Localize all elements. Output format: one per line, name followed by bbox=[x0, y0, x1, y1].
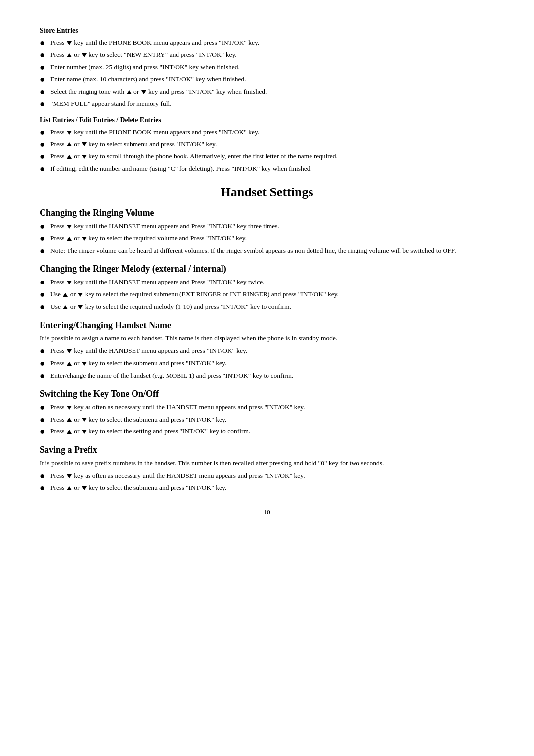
list-item: ● "MEM FULL" appear stand for memory ful… bbox=[40, 99, 494, 109]
bullet-icon: ● bbox=[40, 346, 50, 356]
saving-prefix-title: Saving a Prefix bbox=[40, 445, 494, 455]
bullet-icon: ● bbox=[40, 278, 50, 287]
list-item-text: Press key as often as necessary until th… bbox=[50, 471, 494, 481]
arrow-down-icon bbox=[78, 293, 83, 297]
list-item-text: Use or key to select the required submen… bbox=[50, 289, 494, 299]
arrow-down-icon bbox=[82, 362, 87, 366]
list-item: ● Select the ringing tone with or key an… bbox=[40, 87, 494, 97]
bullet-icon: ● bbox=[40, 302, 50, 312]
bullet-icon: ● bbox=[40, 99, 50, 109]
arrow-up-icon bbox=[127, 90, 132, 94]
entering-handset-name-list: ● Press key until the HANDSET menu appea… bbox=[40, 346, 494, 380]
bullet-icon: ● bbox=[40, 164, 50, 174]
arrow-down-icon bbox=[67, 225, 72, 229]
arrow-up-icon bbox=[67, 418, 72, 422]
entering-handset-name-title: Entering/Changing Handset Name bbox=[40, 320, 494, 331]
list-item: ● Press or key to scroll through the pho… bbox=[40, 151, 494, 162]
list-item: ● Use or key to select the required melo… bbox=[40, 302, 494, 312]
list-item-text: Press key until the PHONE BOOK menu appe… bbox=[50, 127, 494, 137]
arrow-up-icon bbox=[63, 305, 68, 309]
bullet-icon: ● bbox=[40, 371, 50, 381]
list-item-text: Select the ringing tone with or key and … bbox=[50, 87, 494, 96]
list-item-text: Enter number (max. 25 digits) and press … bbox=[50, 62, 494, 72]
list-item: ● Press or key to select the submenu and… bbox=[40, 415, 494, 425]
arrow-down-icon bbox=[82, 155, 87, 159]
bullet-icon: ● bbox=[40, 50, 50, 60]
list-item-text: Press key as often as necessary until th… bbox=[50, 402, 494, 412]
entering-handset-name-section: Entering/Changing Handset Name It is pos… bbox=[40, 320, 494, 381]
store-entries-title: Store Entries bbox=[40, 27, 494, 35]
arrow-down-icon bbox=[67, 474, 72, 478]
list-item-text: Press key until the HANDSET menu appears… bbox=[50, 277, 494, 287]
bullet-icon: ● bbox=[40, 290, 50, 300]
list-item-text: "MEM FULL" appear stand for memory full. bbox=[50, 99, 494, 109]
changing-ringer-melody-title: Changing the Ringer Melody (external / i… bbox=[40, 264, 494, 274]
list-item: ● Enter name (max. 10 characters) and pr… bbox=[40, 74, 494, 85]
entering-handset-name-desc: It is possible to assign a name to each … bbox=[40, 333, 494, 343]
arrow-down-icon bbox=[82, 486, 87, 490]
bullet-icon: ● bbox=[40, 483, 50, 493]
arrow-down-icon bbox=[67, 41, 72, 45]
list-item-text: Enter/change the name of the handset (e.… bbox=[50, 371, 494, 380]
list-item-text: Note: The ringer volume can be heard at … bbox=[50, 246, 494, 256]
bullet-icon: ● bbox=[40, 472, 50, 481]
arrow-up-icon bbox=[67, 155, 72, 159]
list-item-text: Press or key to select the submenu and p… bbox=[50, 483, 494, 493]
arrow-down-icon bbox=[82, 237, 87, 241]
list-item: ● Press or key to select "NEW ENTRY" and… bbox=[40, 50, 494, 60]
arrow-up-icon bbox=[67, 53, 72, 57]
main-title: Handset Settings bbox=[40, 185, 494, 200]
arrow-down-icon bbox=[82, 418, 87, 422]
bullet-icon: ● bbox=[40, 403, 50, 413]
arrow-down-icon bbox=[67, 349, 72, 353]
list-item-text: Press key until the PHONE BOOK menu appe… bbox=[50, 38, 494, 47]
bullet-icon: ● bbox=[40, 359, 50, 369]
list-item: ● Press key as often as necessary until … bbox=[40, 471, 494, 481]
store-entries-list: ● Press key until the PHONE BOOK menu ap… bbox=[40, 38, 494, 109]
bullet-icon: ● bbox=[40, 427, 50, 437]
list-item: ● Note: The ringer volume can be heard a… bbox=[40, 246, 494, 256]
arrow-down-icon bbox=[82, 142, 87, 146]
arrow-up-icon bbox=[63, 293, 68, 297]
arrow-up-icon bbox=[67, 430, 72, 434]
arrow-up-icon bbox=[67, 486, 72, 490]
list-item-text: Press or key to select "NEW ENTRY" and p… bbox=[50, 50, 494, 60]
changing-ringing-volume-title: Changing the Ringing Volume bbox=[40, 208, 494, 218]
list-item-text: Press or key to select the submenu and p… bbox=[50, 358, 494, 368]
arrow-down-icon bbox=[67, 406, 72, 410]
arrow-down-icon bbox=[82, 430, 87, 434]
list-item: ● If editing, edit the number and name (… bbox=[40, 164, 494, 174]
switching-key-tone-list: ● Press key as often as necessary until … bbox=[40, 402, 494, 437]
bullet-icon: ● bbox=[40, 152, 50, 162]
list-item-text: Press or key to scroll through the phone… bbox=[50, 151, 494, 161]
saving-prefix-desc: It is possible to save prefix numbers in… bbox=[40, 458, 494, 468]
list-item-text: Press or key to select the required volu… bbox=[50, 234, 494, 243]
list-item-text: Press or key to select the setting and p… bbox=[50, 426, 494, 436]
arrow-down-icon bbox=[141, 90, 146, 94]
bullet-icon: ● bbox=[40, 415, 50, 425]
saving-prefix-list: ● Press key as often as necessary until … bbox=[40, 471, 494, 494]
list-item-text: Press key until the HANDSET menu appears… bbox=[50, 346, 494, 356]
list-item-text: Press key until the HANDSET menu appears… bbox=[50, 221, 494, 231]
list-entries-title: List Entries / Edit Entries / Delete Ent… bbox=[40, 116, 494, 124]
store-entries-section: Store Entries ● Press key until the PHON… bbox=[40, 27, 494, 109]
list-item: ● Enter number (max. 25 digits) and pres… bbox=[40, 62, 494, 73]
arrow-down-icon bbox=[82, 53, 87, 57]
switching-key-tone-section: Switching the Key Tone On/Off ● Press ke… bbox=[40, 389, 494, 437]
page-number: 10 bbox=[40, 508, 494, 516]
bullet-icon: ● bbox=[40, 234, 50, 244]
list-item: ● Use or key to select the required subm… bbox=[40, 289, 494, 300]
list-item: ● Press key until the HANDSET menu appea… bbox=[40, 346, 494, 356]
bullet-icon: ● bbox=[40, 87, 50, 97]
changing-ringing-volume-section: Changing the Ringing Volume ● Press key … bbox=[40, 208, 494, 256]
list-item: ● Press key as often as necessary until … bbox=[40, 402, 494, 413]
arrow-down-icon bbox=[67, 281, 72, 284]
switching-key-tone-title: Switching the Key Tone On/Off bbox=[40, 389, 494, 399]
list-item-text: Use or key to select the required melody… bbox=[50, 302, 494, 312]
changing-ringer-melody-section: Changing the Ringer Melody (external / i… bbox=[40, 264, 494, 312]
bullet-icon: ● bbox=[40, 140, 50, 150]
list-item: ● Press key until the HANDSET menu appea… bbox=[40, 277, 494, 287]
bullet-icon: ● bbox=[40, 128, 50, 138]
list-item-text: Enter name (max. 10 characters) and pres… bbox=[50, 74, 494, 84]
arrow-up-icon bbox=[67, 142, 72, 146]
